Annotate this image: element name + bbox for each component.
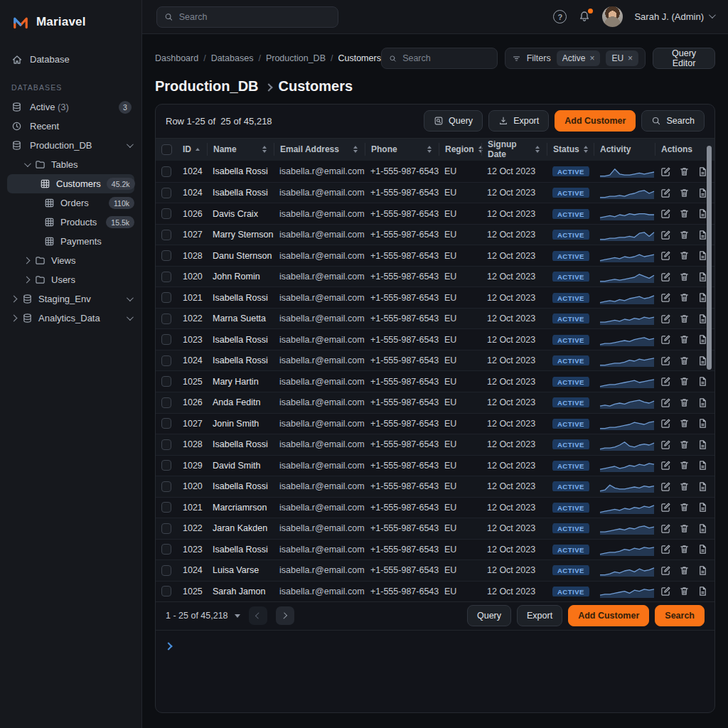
- delete-icon[interactable]: [679, 314, 690, 324]
- table-row[interactable]: 1020 Isabella Rossi isabella.r@email.com…: [156, 476, 714, 497]
- delete-icon[interactable]: [679, 355, 690, 366]
- row-checkbox[interactable]: [161, 292, 171, 303]
- delete-icon[interactable]: [679, 502, 690, 513]
- row-checkbox[interactable]: [161, 250, 171, 261]
- add-customer-button[interactable]: Add Customer: [555, 110, 636, 132]
- sidebar-item-production-db[interactable]: Production_DB: [0, 136, 141, 155]
- user-avatar[interactable]: [602, 6, 623, 27]
- table-row[interactable]: 1025 Mary Hartin isabella.r@email.com +1…: [156, 370, 714, 392]
- delete-icon[interactable]: [679, 397, 690, 408]
- select-all-checkbox[interactable]: [161, 144, 172, 155]
- table-row[interactable]: 1021 Isabella Rossi isabella.r@email.com…: [156, 287, 714, 308]
- table-row[interactable]: 1022 Jaran Kakden isabella.r@email.com +…: [156, 518, 714, 539]
- delete-icon[interactable]: [679, 292, 690, 303]
- table-row[interactable]: 1024 Isabella Rossi isabella.r@email.com…: [156, 161, 714, 182]
- row-checkbox[interactable]: [161, 166, 171, 177]
- table-row[interactable]: 1023 Isabella Rossi isabella.r@email.com…: [156, 539, 714, 560]
- document-icon[interactable]: [697, 397, 708, 408]
- sidebar-item-payments[interactable]: Payments: [0, 232, 141, 251]
- edit-icon[interactable]: [660, 565, 671, 576]
- table-row[interactable]: 1029 David Smith isabella.r@email.com +1…: [156, 455, 714, 476]
- edit-icon[interactable]: [660, 230, 671, 240]
- prev-page-button[interactable]: [249, 606, 267, 625]
- table-row[interactable]: 1022 Marna Suetta isabella.r@email.com +…: [156, 308, 714, 329]
- page-range-select[interactable]: 1 - 25 of 45,218: [166, 611, 240, 621]
- document-icon[interactable]: [697, 565, 708, 576]
- search-button[interactable]: Search: [655, 605, 705, 626]
- delete-icon[interactable]: [679, 376, 690, 387]
- sidebar-item-customers[interactable]: Customers 45.2k: [7, 174, 134, 193]
- row-checkbox[interactable]: [161, 481, 171, 492]
- delete-icon[interactable]: [679, 272, 690, 282]
- row-checkbox[interactable]: [161, 208, 171, 219]
- column-header-status[interactable]: Status: [547, 143, 594, 156]
- column-header-signup-date[interactable]: Signup Date: [481, 143, 547, 156]
- user-menu[interactable]: Sarah J. (Admin): [634, 11, 714, 22]
- edit-icon[interactable]: [660, 397, 671, 408]
- table-row[interactable]: 1026 Davis Craix isabella.r@email.com +1…: [156, 203, 714, 224]
- edit-icon[interactable]: [660, 208, 671, 219]
- delete-icon[interactable]: [679, 334, 690, 345]
- delete-icon[interactable]: [679, 586, 690, 596]
- edit-icon[interactable]: [660, 502, 671, 513]
- edit-icon[interactable]: [660, 250, 671, 261]
- edit-icon[interactable]: [660, 586, 671, 596]
- row-checkbox[interactable]: [161, 334, 171, 345]
- edit-icon[interactable]: [660, 481, 671, 492]
- document-icon[interactable]: [697, 439, 708, 450]
- document-icon[interactable]: [697, 376, 708, 387]
- global-search[interactable]: [156, 6, 338, 28]
- row-checkbox[interactable]: [161, 376, 171, 387]
- row-checkbox[interactable]: [161, 460, 171, 471]
- breadcrumb-item[interactable]: Dashboard: [155, 53, 198, 63]
- query-button[interactable]: Query: [424, 110, 483, 132]
- edit-icon[interactable]: [660, 460, 671, 471]
- table-row[interactable]: 1028 Danu Sternson isabella.r@email.com …: [156, 245, 714, 266]
- document-icon[interactable]: [697, 544, 708, 555]
- table-row[interactable]: 1024 Isabella Rossi isabella.r@email.com…: [156, 182, 714, 203]
- sidebar-item-staging-env[interactable]: Staging_Env: [0, 289, 141, 309]
- sidebar-item-users[interactable]: Users: [0, 270, 141, 289]
- table-search-input[interactable]: [402, 53, 490, 63]
- column-header-email-address[interactable]: Email Address: [274, 143, 365, 156]
- column-header-name[interactable]: Name: [207, 143, 274, 156]
- breadcrumb-item[interactable]: Production_DB: [266, 53, 326, 63]
- edit-icon[interactable]: [660, 166, 671, 177]
- chevron-down-icon[interactable]: [127, 314, 134, 321]
- delete-icon[interactable]: [679, 544, 690, 555]
- breadcrumb-item-current[interactable]: Customers: [338, 53, 380, 63]
- row-checkbox[interactable]: [161, 355, 171, 366]
- edit-icon[interactable]: [660, 439, 671, 450]
- export-button[interactable]: Export: [488, 110, 549, 132]
- table-row[interactable]: 1025 Sarah Jamon isabella.r@email.com +1…: [156, 581, 714, 602]
- remove-filter-icon[interactable]: ×: [628, 53, 633, 63]
- edit-icon[interactable]: [660, 376, 671, 387]
- chevron-down-icon[interactable]: [127, 141, 134, 148]
- scrollbar-thumb[interactable]: [707, 146, 712, 370]
- row-checkbox[interactable]: [161, 523, 171, 534]
- column-header-id[interactable]: ID: [177, 143, 207, 156]
- row-checkbox[interactable]: [161, 586, 171, 596]
- row-checkbox[interactable]: [161, 272, 171, 282]
- delete-icon[interactable]: [679, 208, 690, 219]
- delete-icon[interactable]: [679, 565, 690, 576]
- table-row[interactable]: 1024 Luisa Varse isabella.r@email.com +1…: [156, 560, 714, 581]
- notifications-bell-icon[interactable]: [578, 10, 591, 24]
- query-editor-button[interactable]: Query Editor: [653, 48, 715, 69]
- delete-icon[interactable]: [679, 166, 690, 177]
- delete-icon[interactable]: [679, 230, 690, 240]
- sidebar-item-tables[interactable]: Tables: [0, 155, 141, 174]
- export-button[interactable]: Export: [517, 605, 562, 626]
- next-page-button[interactable]: [276, 606, 294, 625]
- row-checkbox[interactable]: [161, 439, 171, 450]
- edit-icon[interactable]: [660, 523, 671, 534]
- delete-icon[interactable]: [679, 481, 690, 492]
- sidebar-item-active[interactable]: Active (3) 3: [0, 97, 141, 117]
- row-checkbox[interactable]: [161, 314, 171, 324]
- delete-icon[interactable]: [679, 418, 690, 429]
- expand-chevron-icon[interactable]: [164, 642, 172, 650]
- delete-icon[interactable]: [679, 188, 690, 198]
- edit-icon[interactable]: [660, 292, 671, 303]
- row-checkbox[interactable]: [161, 502, 171, 513]
- add-customer-button[interactable]: Add Customer: [568, 605, 649, 626]
